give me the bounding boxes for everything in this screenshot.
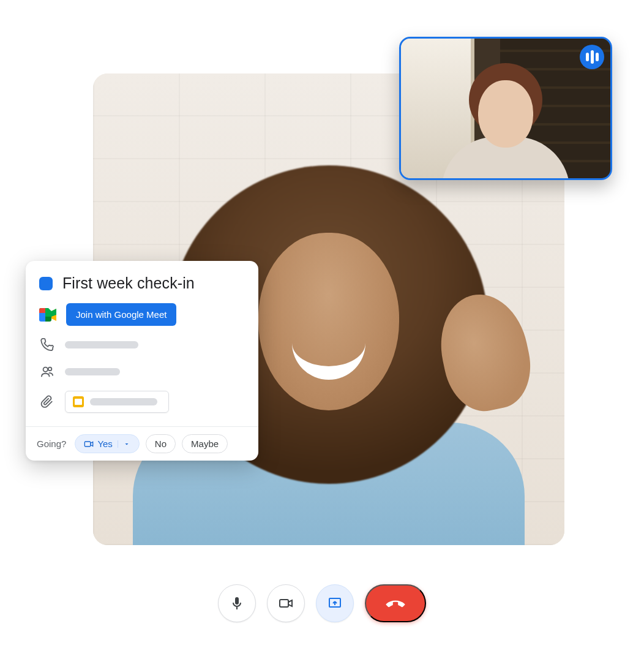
join-meet-button[interactable]: Join with Google Meet	[66, 303, 176, 326]
dial-in-placeholder	[65, 341, 138, 348]
svg-rect-3	[236, 607, 238, 609]
guests-placeholder	[65, 368, 120, 375]
rsvp-yes-button[interactable]: Yes	[75, 434, 139, 453]
rsvp-bar: Going? Yes No Maybe	[26, 426, 258, 461]
end-call-button[interactable]	[365, 584, 426, 622]
rsvp-maybe-button[interactable]: Maybe	[182, 434, 228, 453]
present-screen-icon	[327, 596, 343, 611]
people-icon	[39, 364, 55, 380]
svg-rect-2	[85, 442, 91, 446]
google-slides-icon	[73, 396, 84, 407]
toggle-mic-button[interactable]	[218, 584, 256, 622]
attachment-icon	[39, 394, 55, 410]
camera-icon	[278, 596, 294, 611]
event-color-swatch	[39, 277, 53, 290]
google-meet-icon	[39, 308, 56, 322]
svg-point-1	[48, 367, 52, 371]
microphone-icon	[230, 596, 244, 611]
caret-down-icon	[123, 440, 130, 448]
rsvp-no-button[interactable]: No	[146, 434, 176, 453]
call-controls	[218, 584, 426, 622]
attachment-chip[interactable]	[65, 391, 169, 413]
self-view-pip[interactable]	[399, 37, 612, 180]
speaking-indicator-icon	[580, 45, 604, 69]
video-location-icon	[84, 439, 94, 449]
svg-point-0	[43, 367, 48, 372]
attachment-name-placeholder	[90, 398, 157, 405]
event-title: First week check-in	[62, 274, 195, 292]
present-screen-button[interactable]	[316, 584, 354, 622]
calendar-event-card: First week check-in Join with Google Mee…	[26, 261, 258, 461]
hang-up-icon	[384, 592, 406, 614]
phone-icon	[39, 337, 55, 353]
svg-rect-4	[280, 600, 288, 607]
rsvp-yes-label: Yes	[97, 439, 112, 449]
pip-participant	[460, 63, 552, 180]
toggle-camera-button[interactable]	[267, 584, 305, 622]
rsvp-prompt: Going?	[37, 439, 66, 449]
rsvp-yes-dropdown[interactable]	[118, 440, 130, 448]
